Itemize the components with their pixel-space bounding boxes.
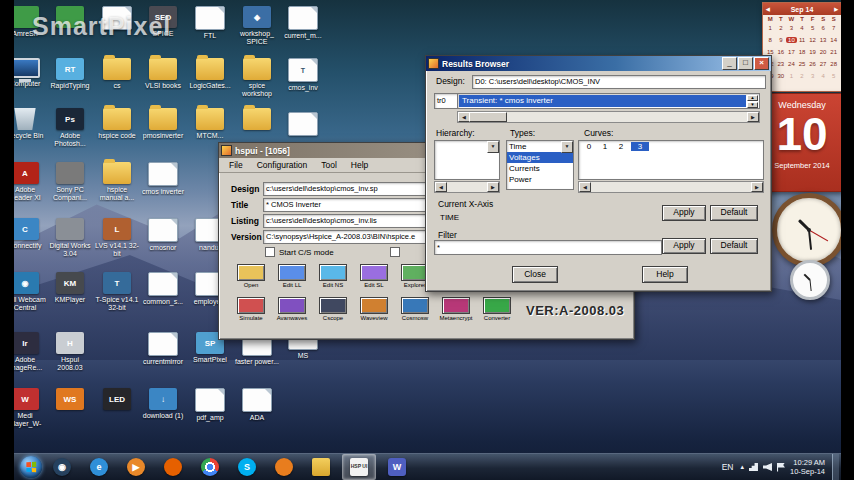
toolbar-button[interactable]: Waveview — [354, 297, 394, 321]
hierarchy-scrollbar[interactable]: ◀ ▶ — [434, 181, 500, 193]
calendar-day[interactable]: 23 — [776, 61, 787, 67]
folder-icon[interactable] — [305, 455, 337, 479]
calendar-day[interactable]: 13 — [818, 37, 829, 43]
icon-tspice[interactable]: T T-Spice v14.1 32-bit — [95, 272, 139, 312]
x-axis-apply-button[interactable]: Apply — [662, 205, 706, 221]
curve-number[interactable]: 2 — [615, 142, 627, 151]
toolbar-button[interactable]: Cscope — [313, 297, 353, 321]
icon-current-m[interactable]: current_m... — [281, 6, 325, 40]
icon-ada[interactable]: ADA — [235, 388, 279, 422]
icon-adobe-reader[interactable]: A Adobe Reader XI — [14, 162, 47, 202]
curves-listbox[interactable]: 0123 — [578, 140, 764, 180]
type-item[interactable]: Voltages — [507, 152, 573, 163]
calendar-prev-button[interactable]: ◀ — [766, 6, 770, 12]
calendar-day[interactable]: 20 — [818, 49, 829, 55]
scrollbar-thumb[interactable] — [469, 112, 507, 122]
icon-pdf-amp[interactable]: pdf_amp — [188, 388, 232, 422]
calendar-day[interactable]: 6 — [818, 25, 829, 31]
calendar-day[interactable]: 26 — [807, 61, 818, 67]
field-input[interactable]: C:\synopsys\Hspice_A-2008.03\BIN\hspice.… — [263, 230, 437, 244]
calendar-day[interactable]: 21 — [828, 49, 839, 55]
icon-download-1[interactable]: ↓ download (1) — [141, 388, 185, 420]
toolbar-button[interactable]: Converter — [477, 297, 517, 321]
field-input[interactable]: * CMOS Inverter — [263, 198, 437, 212]
curve-number[interactable]: 0 — [583, 142, 595, 151]
hspui-taskbar-icon[interactable]: HSP UI — [342, 454, 376, 480]
media-player-icon[interactable]: ◉ — [46, 455, 78, 479]
types-dropdown-button[interactable]: ▼ — [561, 141, 573, 153]
icon-adobe-imageready[interactable]: Ir Adobe ImageRe... — [14, 332, 47, 372]
icon-lvs[interactable]: L LVS v14.1 32-bit — [95, 218, 139, 258]
icon-hspice-manual[interactable]: hspice manual a... — [95, 162, 139, 202]
x-axis-default-button[interactable]: Default — [710, 205, 758, 221]
icon-cmosnor[interactable]: cmosnor — [141, 218, 185, 252]
calendar-day[interactable]: 11 — [797, 37, 808, 43]
icon-mtcm[interactable]: MTCM... — [188, 108, 232, 140]
menu-item[interactable]: Tool — [314, 160, 344, 170]
scroll-left-button[interactable]: ◀ — [579, 182, 591, 192]
curves-scrollbar[interactable]: ◀ ▶ — [578, 181, 764, 193]
calendar-day[interactable]: 5 — [807, 25, 818, 31]
calendar-day[interactable]: 16 — [776, 49, 787, 55]
icon-hspui-shortcut[interactable]: H Hspui 2008.03 — [48, 332, 92, 372]
icon-computer[interactable]: Computer — [14, 58, 47, 88]
volume-icon[interactable] — [763, 463, 772, 471]
close-dialog-button[interactable]: Close — [512, 266, 558, 283]
calendar-day[interactable]: 10 — [786, 37, 797, 43]
chrome-icon[interactable] — [194, 455, 226, 479]
calendar-day[interactable]: 3 — [807, 73, 818, 79]
icon-cs[interactable]: cs — [95, 58, 139, 90]
filter-default-button[interactable]: Default — [710, 238, 758, 254]
icon-cmos-inverter[interactable]: cmos inverter — [141, 162, 185, 196]
design-field[interactable]: D0: C:\users\dell\desktop\CMOS_INV — [472, 75, 766, 89]
calendar-day[interactable]: 30 — [776, 73, 787, 79]
toolbar-button[interactable]: Avanwaves — [272, 297, 312, 321]
signal-combo-selected[interactable]: Transient: * cmos inverter — [459, 95, 746, 107]
calendar-day[interactable]: 2 — [797, 73, 808, 79]
firefox-icon[interactable] — [157, 455, 189, 479]
calendar-day[interactable]: 1 — [765, 25, 776, 31]
icon-rapidtyping[interactable]: RT RapidTyping — [48, 58, 92, 90]
field-input[interactable]: c:\users\dell\desktop\cmos_inv.lis — [263, 214, 437, 228]
icon-vlsi-books[interactable]: VLSI books — [141, 58, 185, 90]
icon-sony-pc[interactable]: Sony PC Compani... — [48, 162, 92, 202]
menu-item[interactable]: Configuration — [250, 160, 315, 170]
language-indicator[interactable]: EN — [720, 462, 736, 472]
spinner-up-button[interactable]: ▲ — [747, 95, 758, 101]
filter-apply-button[interactable]: Apply — [662, 238, 706, 254]
calendar-next-button[interactable]: ▶ — [834, 6, 838, 12]
icon-adobe-photoshop[interactable]: Ps Adobe Photosh... — [48, 108, 92, 148]
start-cs-mode-checkbox[interactable] — [265, 247, 275, 257]
calendar-day[interactable]: 17 — [786, 49, 797, 55]
show-desktop-button[interactable] — [832, 454, 839, 480]
calendar-day[interactable]: 18 — [797, 49, 808, 55]
icon-connectify[interactable]: C Connectify — [14, 218, 47, 250]
calendar-day[interactable]: 8 — [765, 37, 776, 43]
filter-input[interactable]: * — [434, 240, 662, 255]
icon-pmosinverter[interactable]: pmosinverter — [141, 108, 185, 140]
curve-number[interactable]: 1 — [599, 142, 611, 151]
calendar-day[interactable]: 25 — [797, 61, 808, 67]
toolbar-button[interactable]: Edit LL — [272, 264, 312, 288]
icon-folder-b[interactable] — [235, 108, 279, 132]
calendar-day[interactable]: 19 — [807, 49, 818, 55]
icon-led[interactable]: LED — [95, 388, 139, 412]
menu-item[interactable]: Help — [344, 160, 375, 170]
icon-workshop-spice[interactable]: ◈ workshop_ SPICE — [235, 6, 279, 46]
field-input[interactable]: c:\users\dell\desktop\cmos_inv.sp — [263, 182, 437, 196]
minimize-button[interactable]: _ — [722, 57, 737, 70]
start-button[interactable] — [20, 456, 42, 478]
signal-scrollbar[interactable]: ◀ ▶ — [457, 111, 760, 123]
calendar-day[interactable]: 2 — [776, 25, 787, 31]
secondary-checkbox[interactable] — [390, 247, 400, 257]
results-browser-titlebar[interactable]: Results Browser _ □ × — [426, 56, 771, 71]
close-button[interactable]: × — [754, 57, 769, 70]
calendar-day[interactable]: 5 — [828, 73, 839, 79]
icon-media-player-wedit[interactable]: W Medi Player_W- Edit v14.1... — [14, 388, 47, 429]
wedit-icon[interactable]: W — [381, 455, 413, 479]
help-button[interactable]: Help — [642, 266, 688, 283]
menu-item[interactable]: File — [222, 160, 250, 170]
skype-icon[interactable]: S — [231, 455, 263, 479]
calendar-day[interactable]: 27 — [818, 61, 829, 67]
icon-digital-works[interactable]: Digital Works 3.04 — [48, 218, 92, 258]
